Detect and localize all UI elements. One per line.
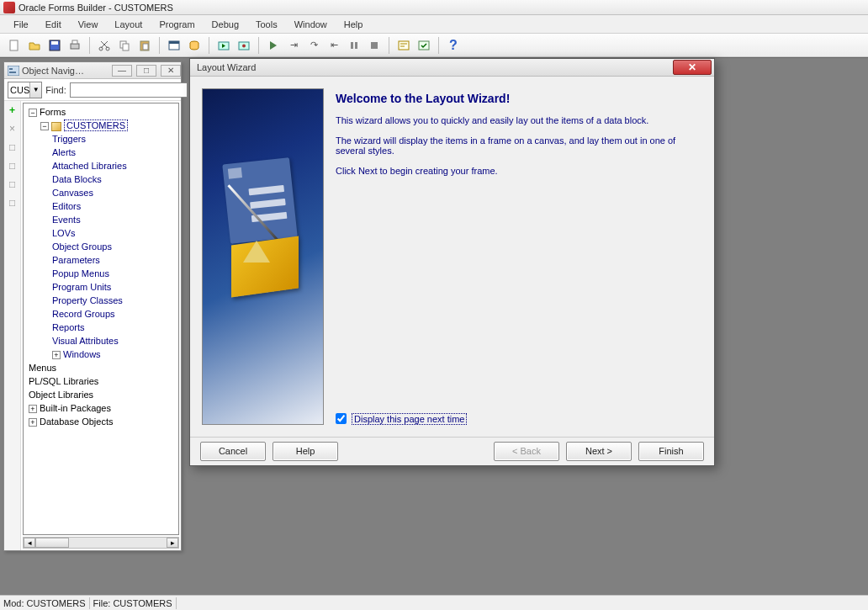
tree-item[interactable]: Events [52,213,178,226]
tree-item[interactable]: Visual Attributes [52,334,178,347]
step-out-icon[interactable]: ⇤ [325,36,343,55]
tree-node[interactable]: Triggers [52,134,86,144]
tree-item[interactable]: Alerts [52,146,178,159]
tree-item[interactable]: Triggers [52,132,178,146]
new-icon[interactable] [5,36,24,55]
help-button[interactable]: Help [273,442,338,461]
maximize-button[interactable]: □ [136,65,156,77]
tree-item[interactable]: +Built-in Packages [29,401,178,415]
run-debug-icon[interactable] [235,36,253,55]
cancel-button[interactable]: Cancel [200,442,266,461]
tree-item[interactable]: PL/SQL Libraries [29,374,178,388]
tree-item[interactable]: Reports [52,321,178,334]
tree-node[interactable]: Events [52,215,81,225]
tree-item[interactable]: Property Classes [52,294,178,307]
menu-layout[interactable]: Layout [106,17,151,32]
tree-node[interactable]: Alerts [52,147,76,157]
tree-toggle[interactable]: − [40,122,49,130]
tree-node[interactable]: Object Groups [52,241,112,252]
finish-button[interactable]: Finish [638,442,704,461]
step-over-icon[interactable]: ↷ [304,36,323,55]
tree-toggle[interactable]: − [29,109,37,117]
collapse-icon[interactable]: □ [7,160,19,172]
minimize-button[interactable]: — [112,65,132,77]
collapse-all-icon[interactable]: □ [7,197,19,209]
close-button[interactable]: ✕ [673,60,712,75]
tree-node[interactable]: Built-in Packages [40,403,111,413]
tree-item[interactable]: Attached Libraries [52,159,178,172]
connect-icon[interactable] [185,36,204,55]
close-button[interactable]: ✕ [161,65,181,77]
expand-all-icon[interactable]: □ [7,178,19,190]
tree-item[interactable]: Parameters [52,253,178,267]
menu-debug[interactable]: Debug [204,17,247,32]
object-type-combo[interactable]: CUS ▼ [8,82,42,98]
step-into-icon[interactable]: ⇥ [284,36,303,55]
print-icon[interactable] [66,36,84,55]
tree-node-customers[interactable]: CUSTOMERS [64,119,128,131]
tree-node[interactable]: Record Groups [52,309,115,319]
layout-editor-icon[interactable] [165,36,183,55]
compile-icon[interactable] [415,36,433,55]
cut-icon[interactable] [95,36,114,55]
tree-node[interactable]: Visual Attributes [52,336,119,346]
tree-item[interactable]: Canvases [52,186,178,199]
tree-node[interactable]: Program Units [52,282,111,292]
find-input[interactable] [70,82,188,98]
copy-icon[interactable] [115,36,134,55]
help-icon[interactable]: ? [444,36,463,55]
tree-item[interactable]: Menus [29,361,178,374]
paste-icon[interactable] [135,36,154,55]
scroll-track[interactable] [69,538,167,548]
go-icon[interactable] [264,36,283,55]
object-navigator-titlebar[interactable]: Object Navig… — □ ✕ [4,62,181,79]
tree-node[interactable]: LOVs [52,228,76,238]
tree-node[interactable]: Editors [52,201,81,211]
tree-node[interactable]: Attached Libraries [52,161,127,171]
next-button[interactable]: Next > [566,442,632,461]
create-icon[interactable]: + [7,104,19,116]
tree-node[interactable]: Property Classes [52,295,123,305]
menu-file[interactable]: File [5,17,37,32]
tree-item[interactable]: Object Groups [52,240,178,253]
tree-item[interactable]: Popup Menus [52,267,178,280]
tree-node[interactable]: Database Objects [40,416,113,427]
save-icon[interactable] [45,36,64,55]
tree-node[interactable]: Object Libraries [29,390,93,400]
run-form-icon[interactable] [214,36,233,55]
display-next-time-checkbox[interactable]: Display this page next time [336,413,702,425]
tree-node[interactable]: Menus [29,363,56,373]
delete-icon[interactable]: × [7,123,19,135]
open-icon[interactable] [25,36,44,55]
object-tree[interactable]: −Forms −CUSTOMERS TriggersAlertsAttached… [23,103,179,535]
tree-toggle[interactable]: + [29,418,37,427]
debug-console-icon[interactable] [394,36,413,55]
tree-item[interactable]: Data Blocks [52,172,178,186]
wizard-titlebar[interactable]: Layout Wizard ✕ [190,59,714,77]
tree-item[interactable]: Program Units [52,280,178,294]
tree-node[interactable]: Reports [52,322,85,332]
pause-icon[interactable] [345,36,363,55]
checkbox-input[interactable] [336,413,347,424]
scroll-right-icon[interactable]: ▸ [167,538,178,548]
tree-item[interactable]: LOVs [52,226,178,240]
menu-program[interactable]: Program [151,17,203,32]
tree-item[interactable]: Object Libraries [29,388,178,401]
tree-node[interactable]: Canvases [52,188,93,198]
tree-node[interactable]: Data Blocks [52,174,102,184]
tree-node-forms[interactable]: Forms [40,107,66,117]
tree-node[interactable]: Parameters [52,255,100,265]
tree-node[interactable]: Windows [63,349,101,359]
tree-node[interactable]: PL/SQL Libraries [29,376,98,386]
menu-window[interactable]: Window [286,17,336,32]
tree-item[interactable]: +Database Objects [29,415,178,428]
menu-help[interactable]: Help [336,17,372,32]
stop-icon[interactable] [365,36,384,55]
tree-node[interactable]: Popup Menus [52,268,109,278]
tree-toggle[interactable]: + [52,351,61,359]
menu-edit[interactable]: Edit [37,17,70,32]
menu-tools[interactable]: Tools [247,17,286,32]
tree-item[interactable]: +Windows [52,347,178,361]
tree-hscrollbar[interactable]: ◂ ▸ [23,537,179,549]
scroll-left-icon[interactable]: ◂ [24,538,35,548]
